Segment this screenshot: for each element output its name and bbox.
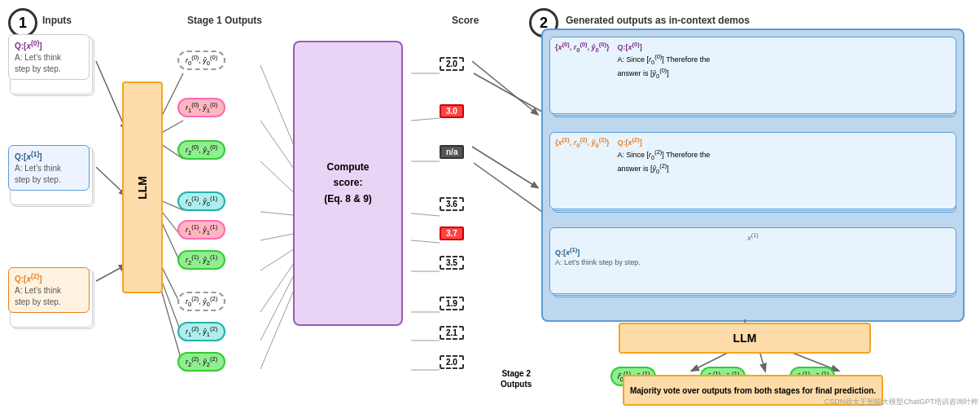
- score-label: Score: [452, 15, 479, 26]
- input-stack-0: Q:[x(0)] A: Let's thinkstep by step.: [8, 34, 90, 80]
- output-bubble-1-1: r1(1), ŷ1(1): [177, 220, 225, 240]
- input0-q: Q:[x(0)]: [15, 39, 83, 52]
- demo-card-area-1: {x(2), r0(2), ŷ0(2)} Q:[x(2)] A: Since […: [549, 132, 956, 220]
- stage2-outputs-label: Stage 2Outputs: [501, 368, 532, 389]
- score-val-1-2: 3.5: [440, 256, 464, 270]
- input1-a: A: Let's thinkstep by step.: [15, 163, 83, 186]
- demo1-set-label: {x(2), r0(2), ŷ0(2)}: [555, 136, 609, 150]
- svg-line-22: [411, 118, 440, 121]
- demo2-a: A: Let's think step by step.: [555, 257, 951, 268]
- output-bubble-2-0: r0(2), ŷ0(2): [177, 292, 225, 311]
- svg-line-24: [411, 213, 440, 216]
- llm-label-stage2: LLM: [733, 332, 757, 345]
- demo1-q: Q:[x(2)]: [617, 136, 951, 148]
- svg-line-25: [411, 240, 440, 243]
- score-val-1-1: 3.7: [440, 226, 464, 240]
- majority-vote-label: Majority vote over outputs from both sta…: [630, 385, 876, 396]
- output-bubble-1-2: r2(1), ŷ2(1): [177, 250, 225, 270]
- stage1-circle: 1: [8, 8, 37, 37]
- score-val-2-0: 1.9: [440, 297, 464, 310]
- right-panel: {x(0), r0(0), ŷ0(0)} Q:[x(0)] A: Since […: [541, 29, 965, 322]
- demo0-a: A: Since [r0(0)] Therefore theanswer is …: [617, 53, 951, 81]
- demo1-a: A: Since [r0(2)] Therefore theanswer is …: [617, 148, 951, 177]
- score-val-0-1: 3.0: [440, 104, 464, 118]
- score-val-2-1: 2.1: [440, 326, 464, 340]
- demo2-q: Q:[x(1)]: [555, 246, 951, 258]
- stage1-outputs-label: Stage 1 Outputs: [187, 15, 262, 26]
- llm-box-stage2: LLM: [619, 323, 871, 354]
- input-stack-1: Q:[x(1)] A: Let's thinkstep by step.: [8, 145, 90, 191]
- score-val-1-0: 3.6: [440, 197, 464, 211]
- stage2-label: Generated outputs as in-context demos: [566, 15, 750, 26]
- input-stack-2: Q:[x(2)] A: Let's thinkstep by step.: [8, 267, 90, 313]
- demo2-query-x: x(1): [555, 231, 951, 244]
- demo0-q: Q:[x(0)]: [617, 41, 951, 53]
- input0-a: A: Let's thinkstep by step.: [15, 52, 83, 75]
- output-bubble-0-1: r1(0), ŷ1(0): [177, 98, 225, 117]
- llm-box-stage1: LLM: [122, 81, 163, 293]
- score-val-0-2: n/a: [440, 145, 464, 159]
- inputs-label: Inputs: [42, 15, 72, 26]
- diagram-container: 1 Inputs Stage 1 Outputs Score 2 Generat…: [0, 0, 980, 409]
- output-bubble-0-0: r0(0), ŷ0(0): [177, 51, 225, 70]
- output-bubble-2-1: r1(2), ŷ1(2): [177, 322, 225, 341]
- demo-card-area-0: {x(0), r0(0), ŷ0(0)} Q:[x(0)] A: Since […: [549, 37, 956, 125]
- svg-line-35: [472, 61, 537, 114]
- demo0-set-label: {x(0), r0(0), ŷ0(0)}: [555, 41, 609, 55]
- input2-a: A: Let's thinkstep by step.: [15, 285, 83, 308]
- score-val-2-2: 2.0: [440, 355, 464, 369]
- stage1-circle-label: 1: [19, 15, 27, 32]
- output-bubble-2-2: r2(2), ŷ2(2): [177, 352, 225, 372]
- input2-q: Q:[x(2)]: [15, 272, 83, 285]
- compute-score-label: Computescore:(Eq. 8 & 9): [324, 160, 372, 207]
- output-bubble-1-0: r0(1), ŷ0(1): [177, 191, 225, 211]
- svg-line-36: [472, 147, 537, 187]
- llm-label-stage1: LLM: [136, 176, 149, 200]
- demo-card-area-2: x(1) Q:[x(1)] A: Let's think step by ste…: [549, 227, 956, 305]
- score-val-0-0: 2.0: [440, 57, 464, 71]
- watermark: CSDN@大王智能大模型ChatGPT培训咨询叶梓: [825, 397, 978, 407]
- input1-q: Q:[x(1)]: [15, 150, 83, 163]
- compute-score-box: Computescore:(Eq. 8 & 9): [293, 41, 403, 326]
- output-bubble-0-2: r2(0), ŷ2(0): [177, 140, 225, 160]
